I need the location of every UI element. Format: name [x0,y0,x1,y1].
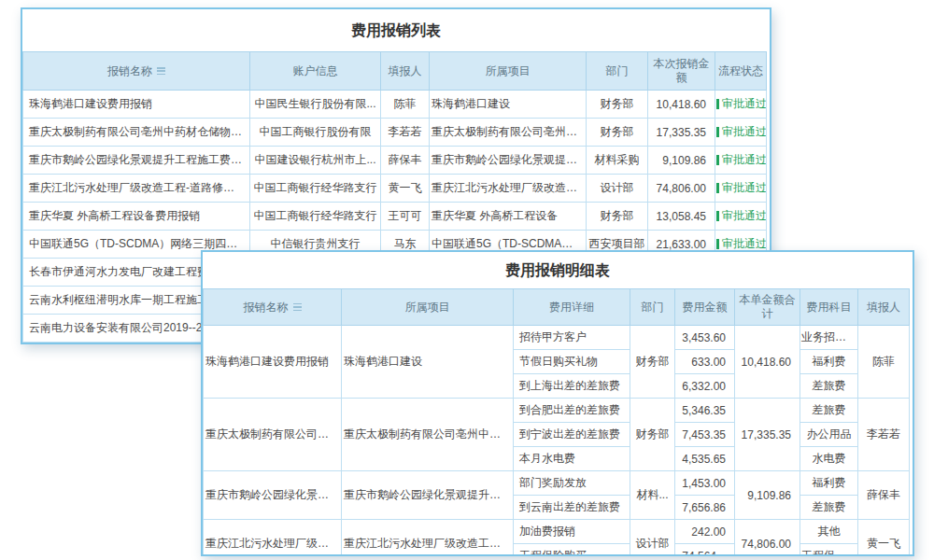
cell-expense-detail: 加油费报销 [514,520,630,544]
cell-total: 74,806.00 [735,520,800,557]
cell-total: 9,109.86 [735,471,800,520]
sort-icon[interactable] [157,67,165,76]
column-header-3: 部门 [630,289,675,326]
cell-status: 审批通过 [715,91,767,119]
status-badge: 审批通过 [716,180,767,196]
table-row: 重庆市鹅岭公园绿化景观提升工程施工费用报销中国建设银行杭州市上...薛保丰重庆市… [23,147,767,175]
cell-dept: 财务部 [630,399,675,471]
cell-filler: 黄一飞 [381,175,430,203]
cell-subject: 差旅费 [800,399,858,423]
cell-filler: 李若若 [381,119,430,147]
status-badge: 审批通过 [716,124,767,140]
cell-amount: 3,453.60 [675,326,735,350]
cell-expense-detail: 本月水电费 [514,447,630,471]
cell-report-name[interactable]: 珠海鹤港口建设费用报销 [204,326,342,399]
cell-filler: 王可可 [381,203,430,231]
cell-report-name[interactable]: 重庆太极制药有限公司亳州中药材仓储物流基地项... [23,119,250,147]
column-header-1: 账户信息 [250,52,381,91]
cell-dept: 设计部 [587,175,648,203]
approved-icon [716,183,719,193]
cell-account: 中国工商银行经华路支行 [250,203,381,231]
cell-subject: 水电费 [800,447,858,471]
cell-filler: 薛保丰 [858,471,910,520]
detail-header-row: 报销名称所属项目费用详细部门费用金额本单金额合计费用科目填报人 [204,289,910,326]
status-badge: 审批通过 [716,152,767,168]
column-label: 本单金额合计 [740,293,796,320]
cell-project: 重庆江北污水处理厂级改造工... [430,175,587,203]
detail-row: 重庆太极制药有限公司亳州中药...重庆太极制药有限公司亳州中药材仓储物流...到… [204,399,910,423]
cell-expense-detail: 招待甲方客户 [514,326,630,350]
cell-expense-detail: 部门奖励发放 [514,471,630,496]
cell-subject: 差旅费 [800,496,858,520]
approved-icon [716,127,719,137]
cell-project: 重庆太极制药有限公司亳州中... [430,119,587,147]
status-text: 审批通过 [722,208,767,224]
column-header-0[interactable]: 报销名称 [204,289,342,326]
approved-icon [716,99,719,109]
column-label: 费用科目 [807,301,852,314]
cell-filler: 黄一飞 [858,520,910,557]
cell-expense-detail: 到上海出差的差旅费 [514,374,630,399]
column-header-0[interactable]: 报销名称 [23,52,250,91]
column-header-6: 流程状态 [715,52,767,91]
cell-filler: 李若若 [858,399,910,471]
cell-amount: 10,418.60 [648,91,715,119]
column-label: 本次报销金额 [654,57,710,84]
cell-subject: 福利费 [800,350,858,374]
cell-report-name[interactable]: 重庆江北污水处理厂级改造工程-... [204,520,342,557]
cell-report-name[interactable]: 重庆市鹅岭公园绿化景观提升工程施工费用报销 [23,147,250,175]
column-label: 所属项目 [405,301,450,314]
cell-subject: 其他 [800,520,858,544]
cell-report-name[interactable]: 重庆太极制药有限公司亳州中药... [204,399,342,471]
cell-account: 中国建设银行杭州市上... [250,147,381,175]
cell-subject: 工程保险费 [800,544,858,557]
status-text: 审批通过 [722,124,767,140]
column-header-4: 费用金额 [675,289,735,326]
cell-subject: 业务招待费 [800,326,858,350]
cell-status: 审批通过 [715,119,767,147]
cell-expense-detail: 到宁波出差的差旅费 [514,423,630,447]
cell-project: 重庆市鹅岭公园绿化景观提升工程施工 [342,471,514,520]
status-text: 审批通过 [722,152,767,168]
cell-project: 重庆华夏 外高桥工程设备 [430,203,587,231]
cell-report-name[interactable]: 重庆江北污水处理厂级改造工程-道路修复工程费用... [23,175,250,203]
column-label: 流程状态 [718,64,763,77]
sort-icon[interactable] [293,303,302,312]
column-label: 报销名称 [244,301,289,314]
column-label: 报销名称 [107,64,152,77]
column-header-7: 填报人 [858,289,910,326]
table-row: 重庆太极制药有限公司亳州中药材仓储物流基地项...中国工商银行股份有限李若若重庆… [23,119,767,147]
cell-report-name[interactable]: 珠海鹤港口建设费用报销 [23,91,250,119]
cell-status: 审批通过 [715,203,767,231]
cell-dept: 财务部 [587,203,648,231]
column-label: 费用详细 [549,301,594,314]
cell-total: 10,418.60 [735,326,800,399]
cell-filler: 薛保丰 [381,147,430,175]
cell-report-name[interactable]: 重庆华夏 外高桥工程设备费用报销 [23,203,250,231]
cell-dept: 材料采购 [587,147,648,175]
column-header-5: 本次报销金额 [648,52,715,91]
cell-amount: 1,453.00 [675,471,735,496]
cell-account: 中国工商银行股份有限 [250,119,381,147]
column-label: 填报人 [867,301,900,314]
cell-report-name[interactable]: 重庆市鹅岭公园绿化景观提升工... [204,471,342,520]
status-text: 审批通过 [722,180,767,196]
detail-title: 费用报销明细表 [203,252,913,288]
cell-filler: 陈菲 [858,326,910,399]
cell-dept: 财务部 [630,326,675,399]
column-header-4: 部门 [587,52,648,91]
cell-account: 中国工商银行经华路支行 [250,175,381,203]
cell-amount: 74,564... [675,544,735,557]
cell-expense-detail: 工程保险购买 [514,544,630,557]
status-text: 审批通过 [722,96,767,112]
column-header-2: 费用详细 [514,289,630,326]
cell-amount: 242.00 [675,520,735,544]
cell-amount: 9,109.86 [648,147,715,175]
column-header-2: 填报人 [381,52,430,91]
cell-amount: 74,806.00 [648,175,715,203]
cell-dept: 材料... [630,471,675,520]
table-row: 重庆江北污水处理厂级改造工程-道路修复工程费用...中国工商银行经华路支行黄一飞… [23,175,767,203]
column-label: 所属项目 [486,64,531,77]
cell-subject: 福利费 [800,471,858,496]
approved-icon [716,155,719,165]
